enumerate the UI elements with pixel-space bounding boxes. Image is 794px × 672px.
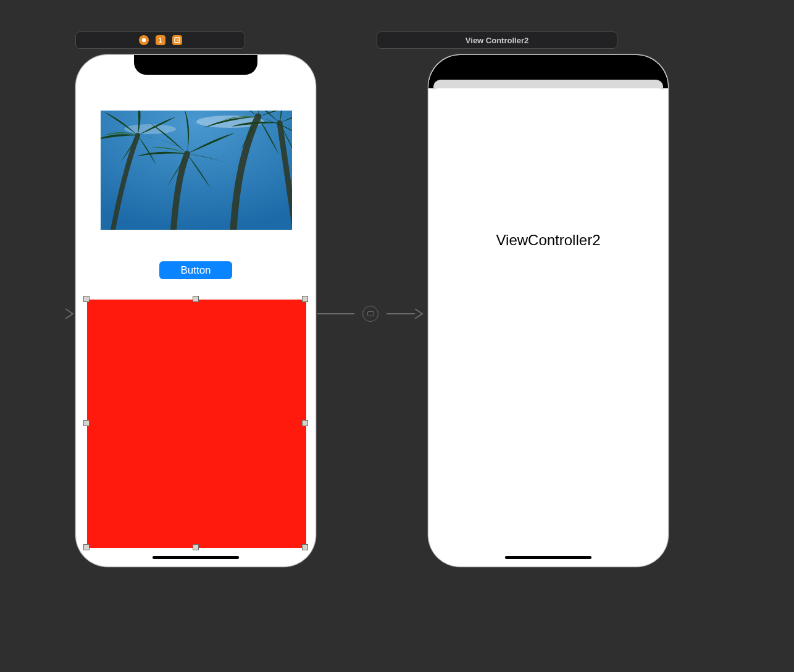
vc2-label: ViewController2 bbox=[431, 232, 666, 249]
selection-handle[interactable] bbox=[83, 420, 90, 426]
warning-count-badge: 1 bbox=[156, 35, 165, 45]
image-view[interactable] bbox=[101, 111, 292, 230]
selection-handle[interactable] bbox=[302, 544, 308, 550]
scene-title-bar[interactable]: View Controller2 bbox=[377, 32, 617, 49]
segue-kind-icon[interactable] bbox=[362, 306, 378, 322]
selection-handle[interactable] bbox=[193, 296, 199, 302]
selection-handle[interactable] bbox=[302, 420, 308, 426]
selection-handle[interactable] bbox=[193, 544, 199, 550]
selection-handle[interactable] bbox=[83, 296, 90, 302]
exit-icon bbox=[172, 35, 182, 45]
home-indicator bbox=[505, 556, 591, 559]
segue-arrow bbox=[12, 306, 74, 322]
button[interactable]: Button bbox=[159, 261, 232, 279]
selection-handle[interactable] bbox=[302, 296, 308, 302]
phone-canvas-scene2[interactable]: ViewController2 bbox=[428, 54, 669, 567]
entry-point-icon bbox=[139, 35, 149, 45]
presented-sheet[interactable]: ViewController2 bbox=[431, 88, 666, 566]
selection-handle[interactable] bbox=[83, 544, 90, 550]
container-view[interactable] bbox=[87, 300, 306, 548]
home-indicator bbox=[153, 556, 239, 559]
phone-canvas-scene1[interactable]: Button bbox=[75, 54, 316, 567]
scene-title-bar[interactable]: 1 bbox=[75, 32, 245, 49]
device-notch bbox=[134, 55, 257, 75]
svg-point-1 bbox=[141, 38, 145, 42]
